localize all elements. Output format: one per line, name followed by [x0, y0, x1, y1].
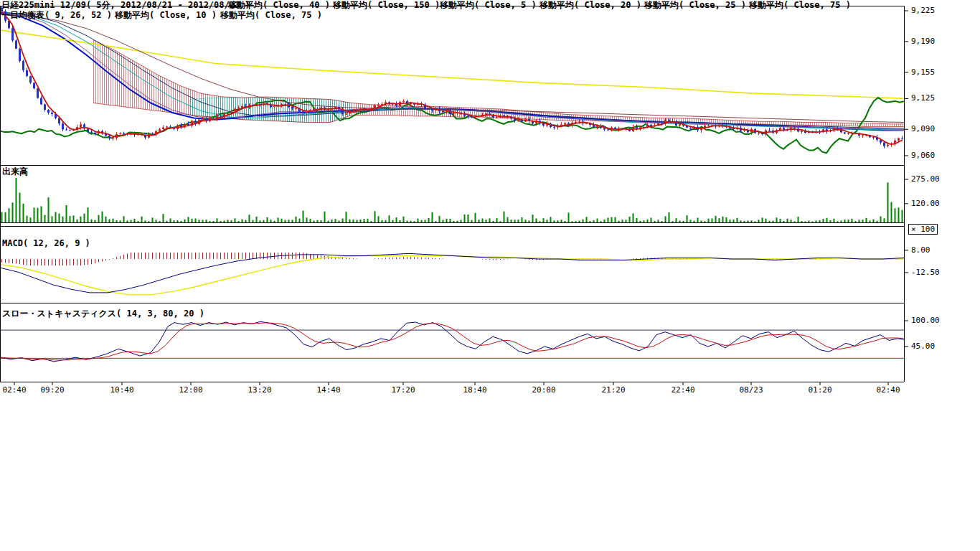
chart-canvas[interactable] — [0, 0, 980, 402]
y-axis-label-price: 9,190 — [911, 37, 935, 46]
header-label: 移動平均( Close, 40 ) — [228, 1, 330, 10]
header-label: 移動平均( Close, 10 ) — [115, 11, 217, 20]
y-axis-label-stoch: 100.00 — [911, 316, 940, 325]
x-axis-label: 12:00 — [179, 385, 202, 395]
y-axis-label-macd: 8.00 — [911, 245, 930, 255]
volume-multiplier-badge: × 100 — [908, 224, 938, 235]
header-label: 日経225mini 12/09( 5分, 2012/08/21 - 2012/0… — [1, 1, 250, 10]
x-axis-label: 02:40 — [876, 385, 900, 395]
x-axis-label: 10:40 — [110, 385, 133, 395]
y-axis-label-macd: -12.50 — [911, 268, 940, 277]
x-axis-label: 21:20 — [601, 385, 625, 395]
header-label: 移動平均( Close, 150 ) — [333, 1, 440, 10]
header-label: 移動平均( Close, 20 ) — [540, 1, 641, 10]
x-axis-label: 13:20 — [248, 385, 271, 395]
y-axis-label-stoch: 45.00 — [911, 342, 935, 351]
header-label: 一目均衡表( 9, 26, 52 ) — [1, 11, 112, 20]
y-axis-label-volume: 275.00 — [911, 174, 940, 184]
x-axis-label: 08/23 — [739, 385, 763, 395]
y-axis-label-price: 9,155 — [911, 67, 935, 77]
x-axis-label: 02:40 — [2, 385, 26, 395]
stochastics-pane-label: スロー・ストキャスティクス( 14, 3, 80, 20 ) — [2, 308, 204, 320]
x-axis-label: 01:20 — [808, 385, 831, 395]
x-axis-label: 14:40 — [316, 385, 340, 395]
y-axis-label-price: 9,090 — [911, 124, 935, 133]
volume-pane-label: 出来高 — [2, 166, 28, 178]
header-label: 移動平均( Close, 75 ) — [749, 1, 851, 10]
y-axis-label-price: 9,125 — [911, 93, 935, 103]
x-axis-label: 18:40 — [463, 385, 486, 395]
trading-chart-screen: 日経225mini 12/09( 5分, 2012/08/21 - 2012/0… — [0, 0, 980, 551]
x-axis-label: 09:20 — [40, 385, 64, 395]
macd-signal-line — [0, 256, 904, 295]
y-axis-label-volume: 120.00 — [911, 199, 940, 208]
y-axis-label-price: 9,060 — [911, 151, 935, 160]
header-label: 移動平均( Close, 5 ) — [440, 1, 537, 10]
price-pane — [0, 6, 904, 154]
macd-pane — [0, 253, 904, 295]
macd-line — [0, 253, 904, 293]
header-label: 移動平均( Close, 75 ) — [220, 11, 322, 20]
x-axis-label: 22:40 — [671, 385, 694, 395]
header-label: 移動平均( Close, 25 ) — [644, 1, 746, 10]
y-axis-label-price: 9,225 — [911, 6, 935, 15]
stoch-pane — [0, 321, 904, 362]
volume-pane — [1, 178, 903, 222]
x-axis-label: 17:20 — [391, 385, 415, 395]
stoch-k-line — [0, 321, 904, 362]
x-axis-label: 20:00 — [532, 385, 555, 395]
macd-pane-label: MACD( 12, 26, 9 ) — [2, 238, 90, 248]
